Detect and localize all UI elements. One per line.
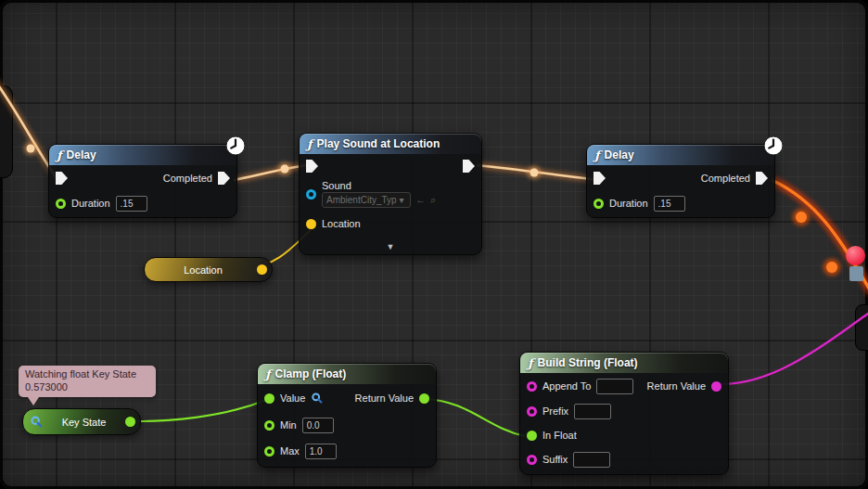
node-title-bar[interactable]: ƒ Delay <box>49 145 236 165</box>
node-play-sound-at-location[interactable]: ƒ Play Sound at Location Sound AmbientCi… <box>299 133 482 255</box>
function-icon: ƒ <box>57 148 62 162</box>
key-state-output-pin[interactable] <box>125 417 135 427</box>
latent-clock-icon <box>225 135 246 160</box>
latent-clock-icon <box>763 135 784 160</box>
min-pin-label: Min <box>280 419 297 431</box>
duration-value-field[interactable]: .15 <box>654 196 685 212</box>
node-title: Delay <box>605 148 634 161</box>
exec-pulse-bead <box>826 262 837 273</box>
exec-pulse-bead <box>796 212 807 223</box>
min-pin[interactable] <box>264 420 274 431</box>
location-pin[interactable] <box>306 219 316 229</box>
exec-pulse-bead <box>793 209 810 225</box>
max-pin-label: Max <box>280 445 300 457</box>
use-selected-asset-icon[interactable]: ← <box>415 195 426 205</box>
in-float-pin-label: In Float <box>542 430 577 441</box>
node-clamp-float[interactable]: ƒ Clamp (Float) Value Return Value Min 0… <box>257 363 437 468</box>
exec-in-pin[interactable] <box>594 172 606 185</box>
wire-clamp-to-buildstring[interactable] <box>426 399 525 436</box>
node-title: Build String (Float) <box>538 356 638 369</box>
breakpoint-indicator <box>846 246 865 265</box>
node-title-bar[interactable]: ƒ Play Sound at Location <box>300 134 481 154</box>
prefix-pin[interactable] <box>527 406 537 417</box>
function-icon: ƒ <box>594 148 600 162</box>
wire-exec-delay1-to-playsound[interactable] <box>234 162 308 180</box>
exec-out-pin[interactable] <box>463 160 475 173</box>
location-output-pin[interactable] <box>257 264 267 275</box>
function-icon: ƒ <box>528 356 533 370</box>
node-title: Delay <box>67 148 96 161</box>
variable-label: Location <box>154 264 252 276</box>
value-pin-label: Value <box>280 392 305 404</box>
max-pin[interactable] <box>264 446 274 457</box>
return-value-label: Return Value <box>355 392 414 404</box>
node-delay-2[interactable]: ƒ Delay Completed Duration .15 <box>586 144 775 218</box>
node-title: Clamp (Float) <box>275 367 347 380</box>
function-icon: ƒ <box>265 367 271 381</box>
wire-exec-playsound-to-delay2[interactable] <box>477 165 599 180</box>
node-title-bar[interactable]: ƒ Build String (Float) <box>520 353 728 373</box>
location-pin-label: Location <box>322 218 361 229</box>
blueprint-graph-canvas[interactable]: ƒ Delay Completed Duration .15 ƒ Play So… <box>0 0 868 489</box>
duration-pin[interactable] <box>594 199 604 209</box>
function-icon: ƒ <box>307 137 313 151</box>
exec-pulse-bead <box>823 259 840 276</box>
duration-pin-label: Duration <box>609 198 648 209</box>
suffix-pin-label: Suffix <box>542 454 568 465</box>
value-pin[interactable] <box>264 393 274 404</box>
sound-pin[interactable] <box>306 189 316 199</box>
dropdown-caret-icon: ▾ <box>400 195 404 205</box>
suffix-value-field[interactable] <box>573 452 610 468</box>
sound-asset-dropdown[interactable]: AmbientCity_Typ ▾ <box>322 192 411 208</box>
node-title: Play Sound at Location <box>317 137 440 150</box>
return-value-pin[interactable] <box>711 381 721 392</box>
min-value-field[interactable]: 0.0 <box>302 418 334 433</box>
max-value-field[interactable]: 1.0 <box>305 444 337 459</box>
completed-exec-out-pin[interactable] <box>218 172 230 185</box>
in-float-pin[interactable] <box>527 431 537 441</box>
completed-pin-label: Completed <box>163 173 212 184</box>
watch-line-1: Watching float Key State <box>25 368 149 381</box>
completed-exec-out-pin[interactable] <box>756 172 768 185</box>
append-to-pin[interactable] <box>527 381 537 392</box>
variable-label: Key State <box>47 417 121 428</box>
prefix-value-field[interactable] <box>574 404 611 419</box>
watch-line-2: 0.573000 <box>25 381 149 394</box>
sound-asset-value: AmbientCity_Typ <box>326 195 397 205</box>
node-title-bar[interactable]: ƒ Delay <box>587 145 774 165</box>
append-to-pin-label: Append To <box>542 380 591 392</box>
node-title-bar[interactable]: ƒ Clamp (Float) <box>258 364 436 384</box>
suffix-pin[interactable] <box>527 455 537 465</box>
return-value-pin[interactable] <box>419 393 429 404</box>
completed-pin-label: Completed <box>701 173 750 184</box>
expand-advanced-chevron-icon[interactable]: ▼ <box>300 241 481 252</box>
wire-buildstring-return-out[interactable] <box>718 311 868 384</box>
duration-value-field[interactable]: .15 <box>116 196 147 212</box>
duration-pin[interactable] <box>56 199 66 209</box>
node-delay-1[interactable]: ƒ Delay Completed Duration .15 <box>48 144 237 218</box>
node-location-variable[interactable]: Location <box>144 257 273 282</box>
exec-in-pin[interactable] <box>306 160 318 173</box>
node-key-state-variable[interactable]: Key State <box>22 408 141 435</box>
prefix-pin-label: Prefix <box>542 405 568 417</box>
watch-icon <box>311 392 323 405</box>
duration-pin-label: Duration <box>71 198 110 209</box>
watch-icon <box>30 416 43 429</box>
append-to-value-field[interactable] <box>596 379 633 394</box>
debug-watch-bubble: Watching float Key State 0.573000 <box>19 366 156 397</box>
node-build-string-float[interactable]: ƒ Build String (Float) Append To Return … <box>519 352 729 475</box>
offscreen-node-right[interactable] <box>855 304 868 351</box>
sound-pin-label: Sound <box>322 180 436 191</box>
return-value-label: Return Value <box>647 380 706 392</box>
offscreen-node-chip <box>849 266 863 281</box>
exec-in-pin[interactable] <box>56 172 68 185</box>
browse-asset-icon[interactable]: ⌕ <box>430 195 436 205</box>
